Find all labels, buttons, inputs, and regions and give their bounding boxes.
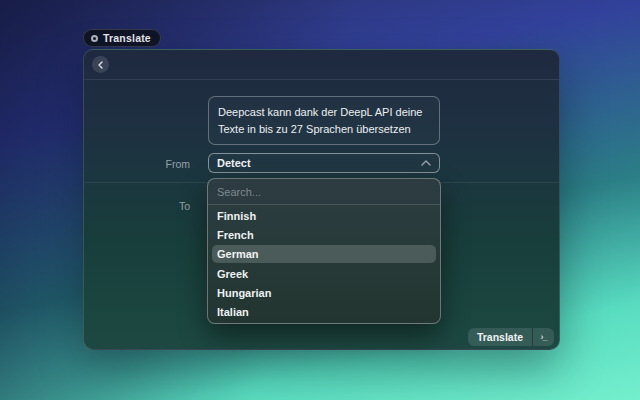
language-option[interactable]: German: [212, 245, 436, 263]
language-option[interactable]: Hungarian: [212, 284, 436, 302]
from-label: From: [90, 158, 190, 170]
language-dropdown-panel: Finnish French German Greek Hungarian It…: [207, 178, 441, 324]
window-header: [84, 50, 559, 80]
from-dropdown-value: Detect: [217, 157, 251, 169]
language-option[interactable]: Italian: [212, 303, 436, 321]
language-options-list: Finnish French German Greek Hungarian It…: [208, 205, 440, 323]
desktop-background: Translate Deepcast kann dank der DeepL A…: [0, 0, 640, 400]
language-search-input[interactable]: [208, 179, 440, 204]
language-option[interactable]: Greek: [212, 265, 436, 283]
window-title-badge: Translate: [83, 29, 161, 47]
gear-icon: [91, 35, 98, 42]
translate-window: Deepcast kann dank der DeepL API deine T…: [83, 49, 560, 350]
form-body: Deepcast kann dank der DeepL API deine T…: [84, 80, 559, 351]
translate-button[interactable]: Translate: [468, 328, 532, 346]
back-button[interactable]: [92, 56, 109, 73]
chevron-up-icon: [421, 160, 431, 166]
to-label: To: [90, 200, 190, 212]
action-button-group: Translate ›_: [468, 328, 554, 346]
language-option[interactable]: Finnish: [212, 207, 436, 225]
chevron-left-icon: [97, 61, 105, 69]
badge-label: Translate: [103, 32, 151, 44]
from-dropdown[interactable]: Detect: [208, 153, 440, 173]
source-text-box[interactable]: Deepcast kann dank der DeepL API deine T…: [208, 96, 440, 145]
enter-shortcut-icon: ›_: [532, 328, 554, 346]
language-option[interactable]: French: [212, 226, 436, 244]
